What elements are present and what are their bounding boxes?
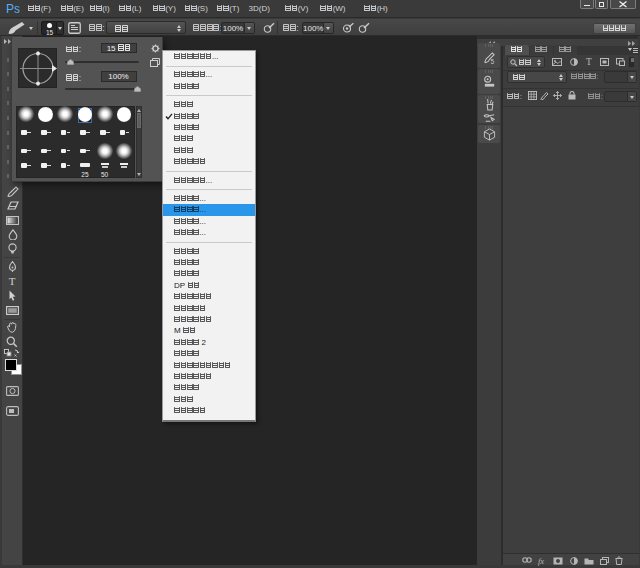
svg-text:5: 5 (490, 57, 494, 63)
